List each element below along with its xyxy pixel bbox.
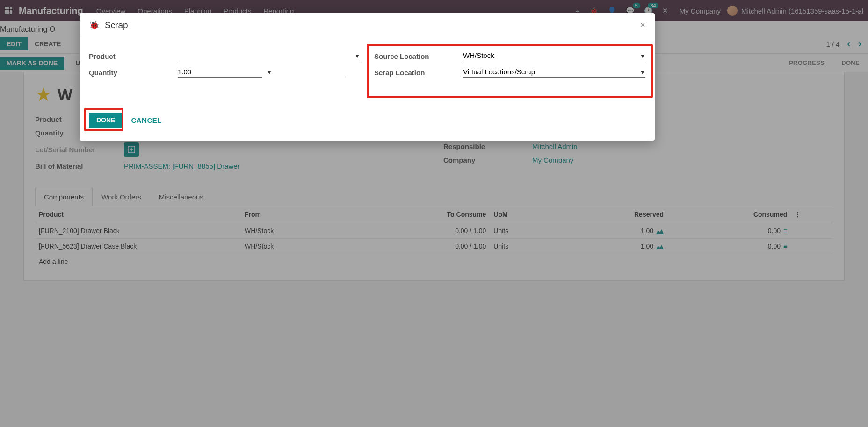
caret-down-icon[interactable]: ▼: [354, 53, 360, 59]
source-location-label: Source Location: [374, 52, 463, 60]
scrap-location-field[interactable]: [463, 68, 640, 76]
close-icon[interactable]: ×: [640, 20, 645, 30]
done-button[interactable]: DONE: [89, 113, 123, 128]
caret-down-icon[interactable]: ▼: [640, 53, 645, 59]
modal-unit-field[interactable]: [265, 68, 347, 77]
source-location-input[interactable]: ▼: [463, 51, 645, 61]
modal-product-input[interactable]: ▼: [178, 51, 360, 61]
modal-product-label: Product: [89, 52, 178, 60]
quantity-field[interactable]: [178, 68, 267, 76]
cancel-button[interactable]: CANCEL: [131, 116, 162, 124]
modal-quantity-label: Quantity: [89, 69, 178, 77]
modal-title: Scrap: [105, 20, 128, 30]
scrap-location-input[interactable]: ▼: [463, 68, 645, 78]
source-location-field[interactable]: [463, 51, 640, 59]
scrap-modal: 🐞 Scrap × Product ▼ Quantity ▼: [80, 13, 655, 141]
scrap-location-label: Scrap Location: [374, 69, 463, 77]
caret-down-icon[interactable]: ▼: [640, 69, 645, 76]
modal-quantity-input[interactable]: ▼: [178, 68, 262, 78]
modal-left-column: Product ▼ Quantity ▼: [89, 51, 360, 84]
product-field[interactable]: [178, 51, 354, 59]
bug-icon[interactable]: 🐞: [89, 20, 99, 30]
modal-right-column: Source Location ▼ Scrap Location ▼: [374, 51, 645, 84]
